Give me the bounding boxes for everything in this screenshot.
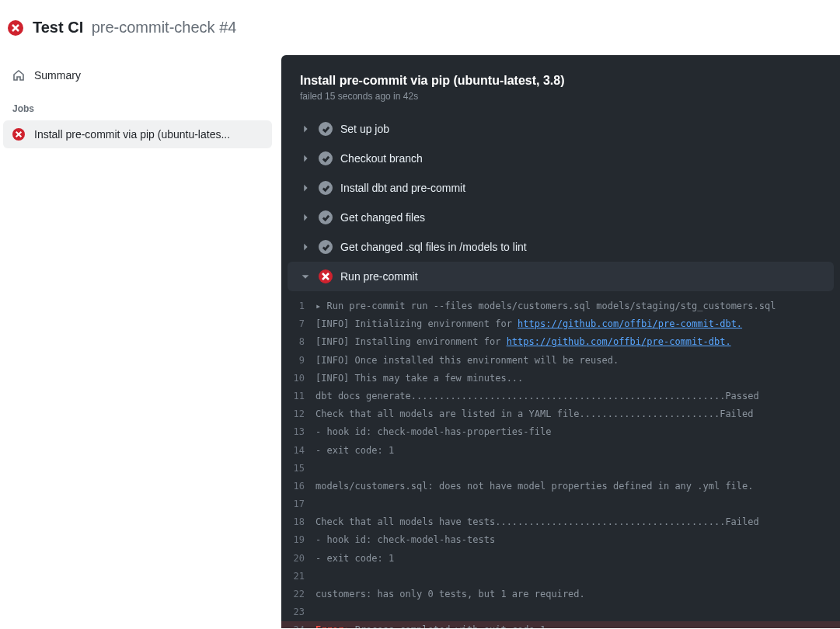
- line-number: 12: [281, 407, 315, 422]
- line-number: 15: [281, 461, 315, 476]
- line-content: [INFO] Once installed this environment w…: [315, 353, 828, 368]
- line-content: [315, 461, 828, 476]
- fail-icon: [8, 20, 23, 36]
- line-content: dbt docs generate.......................…: [315, 389, 828, 404]
- line-content: - hook id: check-model-has-tests: [315, 533, 828, 547]
- line-number: 17: [281, 497, 315, 512]
- step-row[interactable]: Install dbt and pre-commit: [288, 173, 834, 203]
- step-row[interactable]: Set up job: [288, 114, 834, 144]
- check-icon: [319, 181, 333, 195]
- log-line[interactable]: 21: [281, 568, 840, 586]
- line-content: [315, 605, 828, 620]
- fail-icon: [319, 269, 333, 283]
- chevron-right-icon: [300, 153, 311, 164]
- line-number: 21: [281, 569, 315, 584]
- log-line[interactable]: 1▸ Run pre-commit run --files models/cus…: [281, 297, 840, 315]
- job-name: Install pre-commit via pip (ubuntu-lates…: [34, 128, 230, 141]
- line-number: 24: [281, 623, 315, 628]
- log-line[interactable]: 24Error: Process completed with exit cod…: [281, 621, 840, 628]
- page-header: Test CI pre-commit-check #4: [0, 0, 840, 55]
- log-line[interactable]: 14- exit code: 1: [281, 442, 840, 460]
- line-content: Check that all models are listed in a YA…: [315, 407, 828, 422]
- log-line[interactable]: 16models/customers.sql: does not have mo…: [281, 478, 840, 495]
- step-row[interactable]: Get changed files: [288, 203, 834, 232]
- chevron-right-icon: [300, 123, 311, 134]
- log-line[interactable]: 8[INFO] Installing environment for https…: [281, 333, 840, 351]
- log-line[interactable]: 22customers: has only 0 tests, but 1 are…: [281, 586, 840, 603]
- line-content: [INFO] Installing environment for https:…: [315, 335, 828, 349]
- line-content: - exit code: 1: [315, 443, 828, 458]
- line-content: - exit code: 1: [315, 551, 828, 566]
- step-label: Install dbt and pre-commit: [340, 182, 465, 194]
- log-line[interactable]: 9[INFO] Once installed this environment …: [281, 352, 840, 370]
- workflow-title: Test CI pre-commit-check #4: [33, 19, 236, 36]
- job-header: Install pre-commit via pip (ubuntu-lates…: [281, 55, 840, 114]
- line-number: 20: [281, 551, 315, 566]
- chevron-right-icon: [300, 182, 311, 193]
- log-link[interactable]: https://github.com/offbi/pre-commit-dbt.: [507, 336, 731, 347]
- step-label: Get changed files: [340, 211, 425, 224]
- sidebar-item-summary[interactable]: Summary: [3, 61, 272, 89]
- line-number: 18: [281, 515, 315, 530]
- log-line[interactable]: 15: [281, 460, 840, 478]
- line-number: 13: [281, 425, 315, 440]
- line-content: Check that all models have tests........…: [315, 515, 828, 530]
- job-status-line: failed 15 seconds ago in 42s: [300, 91, 821, 102]
- line-number: 7: [281, 317, 315, 332]
- line-content: ▸ Run pre-commit run --files models/cust…: [315, 299, 828, 314]
- step-label: Get changed .sql files in /models to lin…: [340, 241, 527, 253]
- step-row[interactable]: Get changed .sql files in /models to lin…: [288, 232, 834, 262]
- line-content: - hook id: check-model-has-properties-fi…: [315, 425, 828, 440]
- log-line[interactable]: 18Check that all models have tests......…: [281, 513, 840, 531]
- line-content: [315, 497, 828, 512]
- log-line[interactable]: 12Check that all models are listed in a …: [281, 405, 840, 423]
- line-number: 1: [281, 299, 315, 314]
- job-title: Install pre-commit via pip (ubuntu-lates…: [300, 74, 821, 88]
- log-link[interactable]: https://github.com/offbi/pre-commit-dbt.: [518, 318, 742, 329]
- line-number: 11: [281, 389, 315, 404]
- log-line[interactable]: 17: [281, 495, 840, 513]
- check-icon: [319, 122, 333, 136]
- log-line[interactable]: 10[INFO] This may take a few minutes...: [281, 370, 840, 387]
- step-label: Set up job: [340, 123, 389, 135]
- line-number: 22: [281, 587, 315, 602]
- line-content: [INFO] This may take a few minutes...: [315, 371, 828, 386]
- job-panel: Install pre-commit via pip (ubuntu-lates…: [281, 55, 840, 628]
- steps-list: Set up jobCheckout branchInstall dbt and…: [281, 114, 840, 291]
- home-icon: [12, 69, 25, 82]
- workflow-name: Test CI: [33, 19, 83, 36]
- log-line[interactable]: 13- hook id: check-model-has-properties-…: [281, 423, 840, 441]
- step-label: Run pre-commit: [340, 270, 418, 283]
- chevron-right-icon: [300, 242, 311, 252]
- log-line[interactable]: 23: [281, 603, 840, 621]
- line-number: 19: [281, 533, 315, 547]
- log-line[interactable]: 11dbt docs generate.....................…: [281, 387, 840, 405]
- line-number: 10: [281, 371, 315, 386]
- sidebar-item-job[interactable]: Install pre-commit via pip (ubuntu-lates…: [3, 120, 272, 148]
- chevron-right-icon: [300, 212, 311, 223]
- step-row[interactable]: Run pre-commit: [288, 262, 834, 291]
- log-line[interactable]: 7[INFO] Initializing environment for htt…: [281, 315, 840, 333]
- chevron-down-icon: [300, 271, 311, 282]
- line-content: [INFO] Initializing environment for http…: [315, 317, 828, 332]
- check-icon: [319, 240, 333, 254]
- line-content: [315, 569, 828, 584]
- step-row[interactable]: Checkout branch: [288, 144, 834, 173]
- log-line[interactable]: 20- exit code: 1: [281, 550, 840, 568]
- line-content: Error: Process completed with exit code …: [315, 623, 828, 628]
- line-content: models/customers.sql: does not have mode…: [315, 479, 828, 494]
- line-number: 16: [281, 479, 315, 494]
- fail-icon: [12, 128, 25, 141]
- line-number: 14: [281, 443, 315, 458]
- summary-label: Summary: [34, 69, 81, 82]
- check-icon: [319, 151, 333, 165]
- line-number: 23: [281, 605, 315, 620]
- log-line[interactable]: 19- hook id: check-model-has-tests: [281, 531, 840, 549]
- step-label: Checkout branch: [340, 152, 423, 165]
- run-label: pre-commit-check #4: [92, 19, 237, 36]
- jobs-section-label: Jobs: [3, 89, 272, 120]
- line-content: customers: has only 0 tests, but 1 are r…: [315, 587, 828, 602]
- log-output: 1▸ Run pre-commit run --files models/cus…: [281, 291, 840, 628]
- sidebar: Summary Jobs Install pre-commit via pip …: [0, 55, 281, 628]
- line-number: 9: [281, 353, 315, 368]
